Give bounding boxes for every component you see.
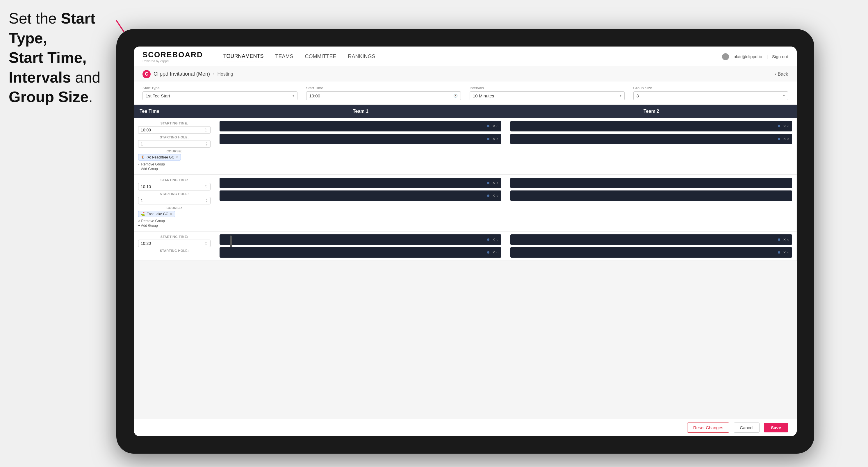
remove-player-icon[interactable]: ✕ ○ — [492, 181, 498, 185]
group3-team2-cell: ✕ ○ ✕ ○ — [506, 231, 797, 260]
remove-player-icon[interactable]: ✕ ○ — [783, 124, 789, 128]
group2-team2-player2[interactable] — [510, 190, 792, 201]
nav-rankings[interactable]: RANKINGS — [348, 52, 375, 61]
group-size-label: Group Size — [633, 86, 788, 90]
player-dot-icon — [487, 182, 489, 184]
group1-course-name: (A) Peachtree GC — [147, 155, 174, 159]
group3-starting-time-input[interactable]: 10:20 ⏱ — [138, 240, 211, 247]
remove-player-icon[interactable]: ✕ ○ — [783, 250, 789, 254]
settings-row: Start Type 1st Tee Start ▾ Start Time 10… — [134, 82, 797, 105]
start-type-chevron-icon: ▾ — [292, 94, 294, 98]
group1-team2-player2[interactable]: ✕ ○ — [510, 134, 792, 144]
group2-course-label: COURSE: — [138, 206, 211, 210]
group2-starting-hole-label: STARTING HOLE: — [138, 192, 211, 196]
group2-team2-player1[interactable] — [510, 178, 792, 188]
nav-committee[interactable]: COMMITTEE — [305, 52, 336, 61]
player-dot-icon — [487, 251, 489, 254]
group1-team2-player1[interactable]: ✕ ○ — [510, 121, 792, 131]
group2-actions: ○ Remove Group + Add Group — [138, 219, 211, 228]
instruction-line1: Set the Start Type, — [9, 10, 95, 46]
reset-changes-button[interactable]: Reset Changes — [687, 423, 729, 433]
intervals-value: 10 Minutes — [473, 93, 494, 98]
col-team2: Team 2 — [506, 105, 797, 118]
save-button[interactable]: Save — [764, 423, 788, 432]
col-team1: Team 1 — [215, 105, 506, 118]
sign-out-link[interactable]: | — [767, 54, 768, 59]
remove-group-link[interactable]: ○ Remove Group — [138, 219, 211, 223]
user-avatar — [722, 53, 729, 60]
group1-starting-time-input[interactable]: 10:00 ⏱ — [138, 126, 211, 134]
user-email: blair@clippd.io — [733, 54, 762, 59]
breadcrumb-left: C Clippd Invitational (Men) › Hosting — [143, 70, 233, 78]
group1-team1-player1[interactable]: ✕ ○ — [220, 121, 501, 131]
col-tee-time: Tee Time — [134, 105, 215, 118]
remove-player-icon[interactable]: ✕ ○ — [492, 137, 498, 141]
add-group-link[interactable]: + Add Group — [138, 167, 211, 171]
nav-links: TOURNAMENTS TEAMS COMMITTEE RANKINGS — [223, 52, 708, 61]
group3-left: STARTING TIME: 10:20 ⏱ STARTING HOLE: — [134, 231, 215, 260]
group2-starting-time-input[interactable]: 10:10 ⏱ — [138, 183, 211, 190]
remove-player-icon[interactable]: ✕ ○ — [492, 238, 498, 242]
logo-area: SCOREBOARD Powered by clippd — [143, 50, 203, 63]
group3-team1-player1[interactable]: ✕ ○ — [220, 235, 501, 245]
group2-team1-player1[interactable]: ✕ ○ — [220, 178, 501, 188]
group2-course-tag: ⛳ East Lake GC ✕ — [138, 211, 175, 217]
group1-team1-player2[interactable]: ✕ ○ — [220, 134, 501, 144]
start-time-group: Start Time 10:00 🕐 — [306, 86, 461, 100]
player-dot-icon — [778, 125, 780, 127]
group1-starting-hole-label: STARTING HOLE: — [138, 135, 211, 139]
remove-group-link[interactable]: ○ Remove Group — [138, 162, 211, 166]
cancel-button[interactable]: Cancel — [734, 423, 760, 433]
start-type-label: Start Type — [143, 86, 298, 90]
table-row: STARTING TIME: 10:20 ⏱ STARTING HOLE: ✕ … — [134, 231, 797, 261]
nav-right: blair@clippd.io | Sign out — [722, 53, 788, 60]
navbar: SCOREBOARD Powered by clippd TOURNAMENTS… — [134, 46, 797, 67]
remove-player-icon[interactable]: ✕ ○ — [492, 124, 498, 128]
group1-team1-cell: ✕ ○ ✕ ○ — [215, 118, 506, 175]
logo-sub: Powered by clippd — [143, 59, 169, 63]
group2-left: STARTING TIME: 10:10 ⏱ STARTING HOLE: 1 … — [134, 175, 215, 231]
group3-team2-player1[interactable]: ✕ ○ — [510, 235, 792, 245]
group3-team1-player2[interactable]: ✕ ○ — [220, 247, 501, 258]
tablet-frame: SCOREBOARD Powered by clippd TOURNAMENTS… — [116, 29, 814, 454]
remove-course-icon[interactable]: ✕ — [176, 156, 178, 159]
add-group-link[interactable]: + Add Group — [138, 224, 211, 228]
nav-teams[interactable]: TEAMS — [275, 52, 293, 61]
breadcrumb-sep: › — [213, 71, 214, 77]
remove-player-icon[interactable]: ✕ ○ — [492, 250, 498, 254]
group2-team1-player2[interactable]: ✕ ○ — [220, 190, 501, 201]
group3-team1-cell: ✕ ○ ✕ ○ — [215, 231, 506, 260]
group1-course-tag: 🏌 (A) Peachtree GC ✕ — [138, 154, 181, 160]
start-type-group: Start Type 1st Tee Start ▾ — [143, 86, 298, 100]
remove-player-icon[interactable]: ✕ ○ — [783, 137, 789, 141]
sidebar-indicator[interactable] — [230, 236, 232, 247]
instruction-bold2: Start Time, — [9, 49, 87, 66]
group2-starting-time-label: STARTING TIME: — [138, 178, 211, 182]
start-time-select[interactable]: 10:00 🕐 — [306, 91, 461, 100]
back-button[interactable]: ‹ Back — [775, 71, 788, 77]
start-type-select[interactable]: 1st Tee Start ▾ — [143, 91, 298, 100]
remove-player-icon[interactable]: ✕ ○ — [492, 194, 498, 198]
nav-tournaments[interactable]: TOURNAMENTS — [223, 52, 264, 61]
group-size-select[interactable]: 3 ▾ — [633, 91, 788, 100]
remove-player-icon[interactable]: ✕ ○ — [783, 238, 789, 242]
start-type-value: 1st Tee Start — [146, 93, 170, 98]
intervals-group: Intervals 10 Minutes ▾ — [470, 86, 625, 100]
group1-starting-hole-input[interactable]: 1 ▲▼ — [138, 140, 211, 148]
table-row: STARTING TIME: 10:10 ⏱ STARTING HOLE: 1 … — [134, 175, 797, 231]
group2-starting-hole-input[interactable]: 1 ▲▼ — [138, 197, 211, 205]
group3-team2-player2[interactable]: ✕ ○ — [510, 247, 792, 258]
instruction-bold4: Group Size — [9, 88, 88, 105]
player-dot-icon — [487, 125, 489, 127]
remove-course-icon[interactable]: ✕ — [170, 212, 173, 216]
player-dot-icon — [778, 251, 780, 254]
group1-starting-time-label: STARTING TIME: — [138, 122, 211, 125]
intervals-select[interactable]: 10 Minutes ▾ — [470, 91, 625, 100]
breadcrumb-bar: C Clippd Invitational (Men) › Hosting ‹ … — [134, 67, 797, 82]
intervals-chevron-icon: ▾ — [620, 94, 621, 98]
clock-icon: ⏱ — [204, 128, 208, 132]
sign-out-text[interactable]: Sign out — [772, 54, 788, 59]
group1-course-label: COURSE: — [138, 150, 211, 153]
player-dot-icon — [487, 138, 489, 140]
start-time-chevron-icon: 🕐 — [453, 94, 458, 98]
